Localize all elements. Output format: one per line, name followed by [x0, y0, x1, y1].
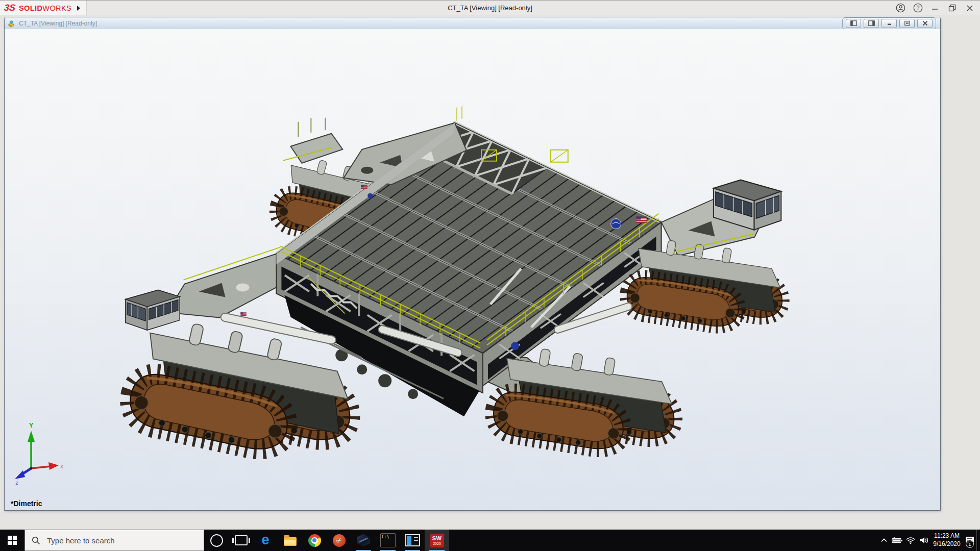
- close-button[interactable]: [965, 3, 975, 13]
- start-button[interactable]: [0, 530, 24, 551]
- edge-button[interactable]: e: [253, 530, 278, 551]
- cortana-icon: [210, 534, 223, 547]
- minimize-button[interactable]: [930, 3, 940, 13]
- tray-battery-button[interactable]: [891, 530, 904, 551]
- view-orientation-label: *Dimetric: [11, 499, 42, 508]
- task-view-button[interactable]: [229, 530, 253, 551]
- crawler-transporter-model: [5, 29, 940, 510]
- tray-volume-button[interactable]: [917, 530, 930, 551]
- mdi-client-area: CT_TA [Viewing] [Read-only]: [0, 15, 980, 530]
- doc-minimize-button[interactable]: [881, 19, 897, 28]
- speaker-icon: [919, 536, 929, 544]
- 3d-viewport[interactable]: Y x z *Dimetric: [5, 29, 940, 510]
- solidworks-taskbar-button[interactable]: SW 2020: [425, 530, 449, 551]
- solidworks-icon: SW 2020: [430, 534, 444, 547]
- search-input[interactable]: [46, 536, 191, 545]
- hexagon-app-icon: [357, 534, 370, 546]
- document-window: CT_TA [Viewing] [Read-only]: [4, 17, 941, 511]
- tray-chevron-button[interactable]: [877, 530, 891, 551]
- taskbar-search[interactable]: [24, 530, 204, 551]
- window-title: CT_TA [Viewing] [Read-only]: [0, 4, 980, 12]
- document-titlebar: CT_TA [Viewing] [Read-only]: [5, 17, 940, 30]
- action-center-button[interactable]: 1: [963, 530, 976, 551]
- solidworks-logo-menu[interactable]: 3S SOLIDWORKS: [0, 1, 87, 15]
- svg-text:?: ?: [916, 5, 919, 11]
- svg-text:z: z: [15, 480, 18, 486]
- battery-icon: [892, 536, 903, 544]
- cortana-button[interactable]: [204, 530, 229, 551]
- orientation-triad: Y x z: [12, 419, 65, 486]
- svg-text:x: x: [60, 463, 63, 470]
- chrome-button[interactable]: [302, 530, 327, 551]
- taskbar-clock[interactable]: 11:23 AM 9/16/2020: [930, 530, 963, 551]
- tray-time: 11:23 AM: [934, 532, 960, 540]
- command-prompt-icon: C:\_: [380, 533, 396, 547]
- taskbar: e ✂ C:\_ SW 2020: [0, 530, 980, 551]
- model-rear-structures: [283, 118, 342, 163]
- dassault-3s-icon: 3S: [4, 3, 16, 13]
- system-tray: 11:23 AM 9/16/2020 1: [877, 530, 980, 551]
- doc-restore-button[interactable]: [899, 19, 915, 28]
- snip-tool-button[interactable]: ✂: [327, 530, 351, 551]
- pane-left-button[interactable]: [846, 19, 861, 28]
- screen: CT_TA [Viewing] [Read-only] 3S SOLIDWORK…: [0, 0, 980, 551]
- snip-tool-icon: ✂: [333, 534, 346, 547]
- pane-right-button[interactable]: [864, 19, 879, 28]
- chevron-up-icon: [880, 537, 888, 543]
- task-view-icon: [235, 535, 248, 545]
- chrome-icon: [308, 534, 321, 547]
- document-title: CT_TA [Viewing] [Read-only]: [19, 20, 97, 27]
- show-desktop-button[interactable]: [976, 530, 980, 551]
- file-explorer-button[interactable]: [278, 530, 302, 551]
- search-icon: [32, 536, 40, 545]
- hexagon-app-button[interactable]: [351, 530, 376, 551]
- app-titlebar: CT_TA [Viewing] [Read-only] 3S SOLIDWORK…: [0, 0, 980, 16]
- windows-logo-icon: [8, 536, 17, 545]
- media-app-icon: [405, 534, 420, 546]
- doc-close-button[interactable]: [917, 19, 933, 28]
- media-app-button[interactable]: [400, 530, 425, 551]
- file-explorer-icon: [284, 537, 297, 546]
- tray-date: 9/16/2020: [933, 540, 960, 548]
- user-account-icon[interactable]: [895, 3, 905, 13]
- tray-wifi-button[interactable]: [904, 530, 917, 551]
- notification-badge: 1: [966, 540, 974, 548]
- wifi-icon: [905, 536, 916, 544]
- solidworks-wordmark: SOLIDWORKS: [19, 4, 71, 12]
- help-icon[interactable]: ?: [913, 3, 923, 13]
- menu-expand-arrow-icon: [77, 6, 80, 11]
- command-prompt-button[interactable]: C:\_: [376, 530, 400, 551]
- assembly-document-icon: [8, 19, 16, 28]
- edge-icon: e: [261, 533, 269, 547]
- titlebar-controls: ?: [895, 3, 980, 13]
- svg-text:Y: Y: [29, 421, 34, 429]
- restore-button[interactable]: [947, 3, 958, 13]
- document-window-controls: [842, 17, 936, 30]
